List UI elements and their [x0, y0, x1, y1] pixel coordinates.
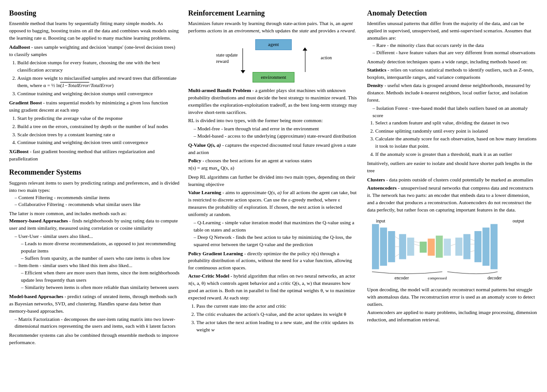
svg-line-28	[470, 251, 475, 252]
list-item: Q-Learning - simple value iteration mode…	[194, 219, 359, 234]
qvalue-para: Q-Value Q(s, a) - captures the expected …	[188, 142, 359, 156]
list-item: If the anomaly score is greater than a t…	[375, 151, 538, 158]
anomaly-title: Anomaly Detection	[367, 8, 538, 18]
adaboost-header: AdaBoost - uses sample weighting and dec…	[9, 44, 180, 58]
rl-action-label: action	[321, 55, 332, 61]
recommender-types: Content Filtering - recommends similar i…	[9, 194, 180, 209]
list-item: Leads to more diverse recommendations, a…	[21, 240, 180, 255]
density-para: Density - useful when data is grouped ar…	[367, 82, 538, 104]
svg-line-21	[395, 237, 399, 239]
list-item: Continue training and weighting decision…	[17, 90, 180, 98]
gradient-boost-title: Gradient Boost	[9, 100, 42, 105]
deep-rl: Deep RL algorithms can further be divide…	[188, 174, 359, 188]
ae-outro2: Autoencoders are applied to many problem…	[367, 309, 538, 324]
rl-diagram: agent environment state update reward ac…	[214, 39, 333, 83]
svg-line-27	[470, 239, 475, 240]
list-item: Model-free - learn through trial and err…	[194, 125, 359, 133]
list-item: Rare - the minority class that occurs ra…	[372, 42, 538, 49]
value-learning-list: Q-Learning - simple value iteration mode…	[188, 219, 359, 248]
model-header: Model-based Approaches - predict ratings…	[9, 293, 180, 315]
rl-left-arrow	[243, 48, 243, 72]
boosting-section: Boosting Ensemble method that learns by …	[9, 8, 180, 163]
column-3: Anomaly Detection Identifies unusual pat…	[367, 8, 538, 328]
svg-rect-12	[428, 238, 435, 255]
density-list: Isolation Forest - tree-based model that…	[367, 105, 538, 119]
anomaly-intro: Identifies unusual patterns that differ …	[367, 20, 538, 42]
svg-rect-10	[408, 237, 414, 256]
memory-list: User-User - similar users also liked... …	[9, 233, 180, 291]
bandit-para: Multi-armed Bandit Problem - a gambler p…	[188, 87, 359, 116]
list-item: Scale decision trees by a constant learn…	[17, 131, 180, 139]
svg-text:output: output	[513, 218, 525, 223]
list-item: Matrix Factorization - decomposes the us…	[15, 316, 180, 330]
list-item: Start by predicting the average value of…	[17, 115, 180, 122]
list-item: Assign more weight to misclassified samp…	[17, 75, 180, 89]
svg-rect-9	[399, 234, 406, 259]
svg-text:representation: representation	[426, 281, 449, 282]
list-item: Similarity between items is often more r…	[21, 284, 180, 291]
rl-right-arrowhead	[303, 47, 307, 51]
isolation-steps: Select a random feature and split value,…	[367, 119, 538, 159]
rl-environment-box: environment	[253, 72, 294, 83]
rl-state-label: state update	[216, 52, 237, 58]
boosting-intro: Ensemble method that learns by sequentia…	[9, 20, 180, 42]
ae-outro1: Upon decoding, the model will accurately…	[367, 286, 538, 308]
ae-diagram: input output encoder decoder compressed …	[367, 217, 538, 284]
autoencoders-para: Autoencoders - unsupervised neural netwo…	[367, 185, 538, 214]
rl-types: Model-free - learn through trial and err…	[188, 125, 359, 140]
gradient-boost-header: Gradient Boost - trains sequential model…	[9, 99, 180, 114]
adaboost-desc: - uses sample weighting and decision 'st…	[9, 44, 175, 57]
clusters-para: Clusters - data points outside of cluste…	[367, 176, 538, 184]
actor-critic-steps: Pass the current state into the actor an…	[188, 303, 359, 334]
recommender-intro: Suggests relevant items to users by pred…	[9, 180, 180, 194]
svg-text:compressed: compressed	[428, 276, 447, 280]
list-item: Deep Q Network - finds the best action t…	[194, 234, 359, 248]
list-item: Model-based - access to the underlying (…	[194, 133, 359, 140]
svg-line-22	[395, 254, 399, 257]
list-item: The critic evaluates the action's Q-valu…	[196, 311, 359, 318]
svg-line-23	[414, 244, 420, 245]
xgboost: XGBoost - fast gradient boosting method …	[9, 148, 180, 163]
list-item: Item-Item - similar users who liked this…	[15, 262, 180, 291]
rl-intro: Maximizes future rewards by learning thr…	[188, 20, 359, 35]
svg-line-25	[451, 244, 455, 245]
list-item: Build decision stumps for every feature,…	[17, 59, 180, 74]
ae-svg: input output encoder decoder compressed …	[367, 217, 538, 282]
anomaly-methods-intro: Anomaly detection techniques spans a wid…	[367, 58, 538, 66]
adaboost-title: AdaBoost	[9, 44, 30, 50]
list-item: Content Filtering - recommends similar i…	[15, 194, 180, 201]
list-item: Select a random feature and split value,…	[375, 119, 538, 127]
rl-section: Reinforcement Learning Maximizes future …	[188, 8, 359, 334]
isolation-outro: Intuitively, outliers are easier to isol…	[367, 160, 538, 175]
memory-intro: The latter is more common, and includes …	[9, 210, 180, 217]
list-item: Pass the current state into the actor an…	[196, 303, 359, 310]
svg-text:decoder: decoder	[488, 275, 502, 280]
rl-right-arrow	[305, 48, 305, 72]
recommender-outro: Recommender systems can also be combined…	[9, 332, 180, 346]
statistics-para: Statistics - relies on various statistic…	[367, 67, 538, 81]
rl-agent-box: agent	[255, 39, 292, 50]
svg-rect-19	[490, 224, 497, 269]
list-item: Build a tree on the errors, constrained …	[17, 123, 180, 130]
svg-rect-15	[455, 237, 462, 256]
svg-rect-13	[436, 236, 443, 258]
svg-text:encoder: encoder	[395, 275, 409, 280]
list-item: Continue training and weighting decision…	[17, 139, 180, 146]
svg-text:input: input	[376, 218, 386, 223]
svg-rect-14	[444, 238, 451, 255]
column-2: Reinforcement Learning Maximizes future …	[188, 8, 359, 338]
svg-line-24	[414, 242, 420, 242]
column-1: Boosting Ensemble method that learns by …	[9, 8, 180, 351]
svg-rect-17	[475, 231, 481, 262]
list-item: Calculate the anomaly score for each obs…	[375, 135, 538, 150]
list-item: Collaborative Filtering - recommends wha…	[15, 201, 180, 208]
rl-left-arrowhead	[241, 70, 245, 73]
list-item: Suffers from sparsity, as the number of …	[21, 255, 180, 262]
gradient-boost-steps: Start by predicting the average value of…	[9, 115, 180, 147]
svg-rect-16	[464, 234, 470, 259]
svg-rect-6	[372, 224, 379, 269]
anomaly-section: Anomaly Detection Identifies unusual pat…	[367, 8, 538, 324]
list-item: Different - have feature values that are…	[372, 49, 538, 57]
list-item: Continue splitting randomly until every …	[375, 128, 538, 135]
anomaly-assumptions: Rare - the minority class that occurs ra…	[367, 42, 538, 57]
